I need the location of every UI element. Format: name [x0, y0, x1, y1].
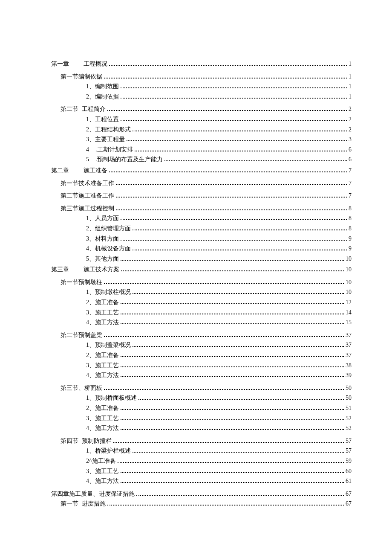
- toc-label: 3、施工工艺: [86, 308, 119, 317]
- toc-label: 2、组织管理方面: [86, 224, 131, 233]
- toc-page-number: 12: [346, 298, 352, 307]
- toc-entry: 第一节进度措施67: [61, 500, 352, 508]
- toc-leader-dots: [121, 478, 344, 483]
- toc-entry: 第二节预制盖梁37: [61, 331, 352, 340]
- toc-label: 第四节预制防撞栏: [61, 437, 112, 445]
- toc-entry: 2、施工准备37: [86, 351, 352, 360]
- toc-leader-dots: [121, 468, 344, 473]
- toc-page-number: 3: [349, 135, 352, 144]
- toc-leader-dots: [133, 126, 347, 131]
- toc-label: 2、施工准备: [86, 351, 119, 360]
- toc-entry: 第二节施工准备工作7: [61, 192, 352, 200]
- toc-entry: 第一节技术准备工作7: [61, 179, 352, 188]
- toc-label: 第二章施工准备: [51, 166, 107, 175]
- toc-label: 1、人员方面: [86, 214, 119, 223]
- toc-leader-dots: [107, 106, 347, 111]
- toc-label: 2、施工准备: [86, 404, 119, 413]
- toc-leader-dots: [104, 73, 347, 78]
- toc-label: 4、施工方法: [86, 477, 119, 485]
- toc-page-number: 59: [346, 457, 352, 465]
- toc-page-number: 10: [346, 265, 352, 274]
- toc-page-number: 6: [349, 155, 352, 164]
- toc-label: 第三章施工技术方案: [51, 265, 119, 274]
- toc-entry: 1、编制范围1: [86, 82, 352, 91]
- toc-page-number: 1: [349, 73, 352, 81]
- toc-leader-dots: [121, 267, 344, 271]
- toc-label: 1、编制范围: [86, 82, 119, 91]
- toc-leader-dots: [127, 137, 347, 141]
- toc-entry: 2、施工准备51: [86, 404, 352, 413]
- toc-entry: 2^施工准备59: [86, 457, 352, 465]
- toc-label: 第一章工程概况: [51, 60, 107, 68]
- toc-page-number: 37: [346, 331, 352, 340]
- toc-entry: 1、工程位置2: [86, 115, 352, 124]
- toc-leader-dots: [121, 84, 347, 88]
- toc-label: 4、施工方法: [86, 424, 119, 433]
- toc-label: 第一节技术准备工作: [61, 179, 114, 188]
- toc-page-number: 10: [346, 255, 352, 263]
- toc-entry: 第一章工程概况1: [51, 60, 352, 68]
- toc-label: 5.预制场的布置及生产能力: [86, 155, 163, 164]
- toc-leader-dots: [107, 501, 344, 506]
- toc-label: 第三节、桥面板: [61, 384, 102, 392]
- toc-page-number: 61: [346, 477, 352, 485]
- toc-leader-dots: [121, 94, 347, 99]
- toc-page-number: 52: [346, 414, 352, 423]
- toc-page-number: 14: [346, 308, 352, 317]
- toc-entry: 3、施工工艺38: [86, 361, 352, 370]
- toc-label: 4、机械设备方面: [86, 244, 131, 253]
- toc-entry: 4、施工方法15: [86, 318, 352, 327]
- toc-page-number: 50: [346, 394, 352, 402]
- toc-entry: 2、工程结构形式2: [86, 125, 352, 134]
- toc-page-number: 51: [346, 404, 352, 413]
- toc-entry: 第四章施工质量、进度保证措施67: [51, 490, 352, 498]
- toc-page-number: 10: [346, 278, 352, 287]
- toc-entry: 1、预制墩柱概况10: [86, 288, 352, 296]
- toc-entry: 3、施工工艺60: [86, 467, 352, 476]
- toc-page-number: 37: [346, 351, 352, 360]
- toc-entry: 第二章施工准备7: [51, 166, 352, 175]
- toc-leader-dots: [133, 448, 344, 453]
- toc-label: 2^施工准备: [86, 457, 116, 465]
- toc-label: 1、预制盖梁概况: [86, 341, 131, 349]
- toc-page-number: 57: [346, 437, 352, 445]
- toc-entry: 3、施工工艺52: [86, 414, 352, 423]
- toc-label: 4.工期计划安排: [86, 145, 133, 154]
- toc-leader-dots: [109, 61, 347, 66]
- toc-page-number: 7: [349, 179, 352, 188]
- toc-page-number: 67: [346, 500, 352, 508]
- toc-page-number: 8: [349, 224, 352, 233]
- toc-entry: 4、施工方法52: [86, 424, 352, 433]
- toc-page-number: 1: [349, 82, 352, 91]
- toc-leader-dots: [133, 289, 344, 294]
- toc-entry: 第二节工程简介2: [61, 105, 352, 113]
- toc-leader-dots: [113, 438, 344, 443]
- toc-page-number: 1: [349, 93, 352, 101]
- toc-label: 3、施工工艺: [86, 361, 119, 370]
- toc-entry: 5、其他方面10: [86, 255, 352, 263]
- toc-entry: 第三节、桥面板50: [61, 384, 352, 392]
- toc-entry: 2、编制依据1: [86, 93, 352, 101]
- toc-leader-dots: [116, 193, 347, 198]
- toc-entry: 第一节编制依据1: [61, 73, 352, 81]
- toc-leader-dots: [135, 147, 347, 151]
- toc-page-number: 8: [349, 214, 352, 223]
- toc-leader-dots: [109, 168, 347, 172]
- toc-leader-dots: [121, 215, 347, 220]
- toc-page-number: 6: [349, 145, 352, 154]
- toc-page-number: 37: [346, 341, 352, 349]
- toc-leader-dots: [121, 309, 344, 314]
- toc-label: 1、工程位置: [86, 115, 119, 124]
- toc-label: 第一节编制依据: [61, 73, 102, 81]
- toc-label: 1、预制墩柱概况: [86, 288, 131, 296]
- toc-leader-dots: [121, 425, 344, 430]
- toc-leader-dots: [121, 256, 344, 261]
- toc-label: 第四章施工质量、进度保证措施: [51, 490, 135, 498]
- toc-leader-dots: [121, 352, 344, 357]
- toc-label: 3、施工工艺: [86, 467, 119, 476]
- toc-entry: 5.预制场的布置及生产能力6: [86, 155, 352, 164]
- toc-page-number: 52: [346, 424, 352, 433]
- toc-label: 2、编制依据: [86, 93, 119, 101]
- toc-label: 2、施工准备: [86, 298, 119, 307]
- toc-page-number: 9: [349, 235, 352, 243]
